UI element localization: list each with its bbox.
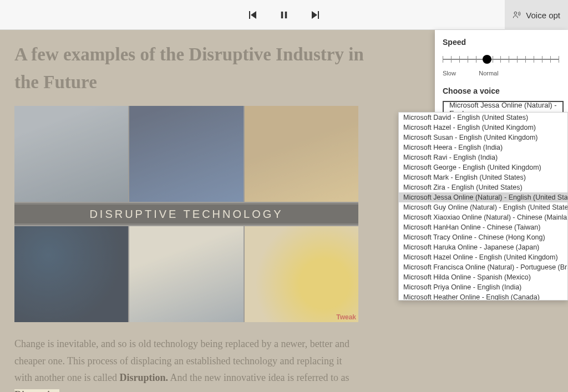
voice-option[interactable]: Microsoft Mark - English (United States) xyxy=(399,172,567,182)
pause-button[interactable] xyxy=(278,9,290,21)
voice-options-button[interactable]: Voice opt xyxy=(505,0,568,30)
collage-cell xyxy=(129,106,243,202)
choose-voice-label: Choose a voice xyxy=(443,86,568,95)
next-button[interactable] xyxy=(310,9,321,21)
svg-rect-5 xyxy=(318,11,319,19)
reader-toolbar: Voice opt xyxy=(0,0,568,30)
svg-rect-2 xyxy=(281,11,283,18)
svg-rect-3 xyxy=(285,11,287,18)
collage-cell xyxy=(14,226,128,322)
voice-option[interactable]: Microsoft Heera - English (India) xyxy=(399,142,567,152)
voice-option[interactable]: Microsoft Heather Online - English (Cana… xyxy=(399,292,567,301)
voice-option[interactable]: Microsoft Hazel Online - English (United… xyxy=(399,252,567,262)
collage-cell: Tweak xyxy=(245,226,358,322)
speed-slider-labels: Slow Normal xyxy=(443,70,559,77)
speed-label-slow: Slow xyxy=(443,70,456,77)
speed-label-normal: Normal xyxy=(479,70,498,77)
svg-rect-0 xyxy=(249,11,250,19)
svg-marker-1 xyxy=(251,11,256,19)
voice-option[interactable]: Microsoft Priya Online - English (India) xyxy=(399,282,567,292)
voice-options-label: Voice opt xyxy=(526,11,560,20)
body-text-bold: Disruption. xyxy=(119,372,168,383)
voice-option[interactable]: Microsoft Guy Online (Natural) - English… xyxy=(399,202,567,212)
voice-option[interactable]: Microsoft Haruka Online - Japanese (Japa… xyxy=(399,242,567,252)
svg-marker-4 xyxy=(312,11,317,19)
svg-point-6 xyxy=(514,12,517,14)
voice-option[interactable]: Microsoft Zira - English (United States) xyxy=(399,182,567,192)
voice-option[interactable]: Microsoft Tracy Online - Chinese (Hong K… xyxy=(399,232,567,242)
article-title: A few examples of the Disruptive Industr… xyxy=(14,41,368,96)
voice-option[interactable]: Microsoft Ravi - English (India) xyxy=(399,152,567,162)
article-image-collage: DISRUPTIVE TECHNOLOGY Tweak xyxy=(14,106,358,322)
playback-controls xyxy=(247,9,321,21)
voice-option[interactable]: Microsoft Jessa Online (Natural) - Engli… xyxy=(399,192,567,202)
collage-cell xyxy=(129,226,243,322)
voice-option[interactable]: Microsoft Hilda Online - Spanish (Mexico… xyxy=(399,272,567,282)
speed-slider[interactable] xyxy=(443,52,559,68)
voice-option[interactable]: Microsoft Hazel - English (United Kingdo… xyxy=(399,123,567,133)
collage-cell xyxy=(245,106,358,202)
voice-option[interactable]: Microsoft HanHan Online - Chinese (Taiwa… xyxy=(399,222,567,232)
speed-label: Speed xyxy=(443,38,568,47)
slider-thumb[interactable] xyxy=(483,55,491,64)
person-sound-icon xyxy=(513,11,521,19)
voice-option[interactable]: Microsoft Susan - English (United Kingdo… xyxy=(399,133,567,142)
voice-option[interactable]: Microsoft David - English (United States… xyxy=(399,113,567,123)
voice-listbox[interactable]: Microsoft David - English (United States… xyxy=(398,112,568,301)
body-text: And the new innovative idea is referred … xyxy=(170,372,349,383)
voice-option[interactable]: Microsoft Francisca Online (Natural) - P… xyxy=(399,262,567,272)
collage-banner: DISRUPTIVE TECHNOLOGY xyxy=(14,203,358,225)
body-text-highlight: Disruptive xyxy=(14,389,59,392)
collage-cell xyxy=(14,106,128,202)
slider-ticks xyxy=(443,56,559,63)
voice-option[interactable]: Microsoft Xiaoxiao Online (Natural) - Ch… xyxy=(399,212,567,222)
previous-button[interactable] xyxy=(247,9,258,21)
article-paragraph: Change is inevitable, and so is old tech… xyxy=(14,335,358,392)
collage-brand-tag: Tweak xyxy=(336,313,356,321)
voice-option[interactable]: Microsoft George - English (United Kingd… xyxy=(399,162,567,172)
